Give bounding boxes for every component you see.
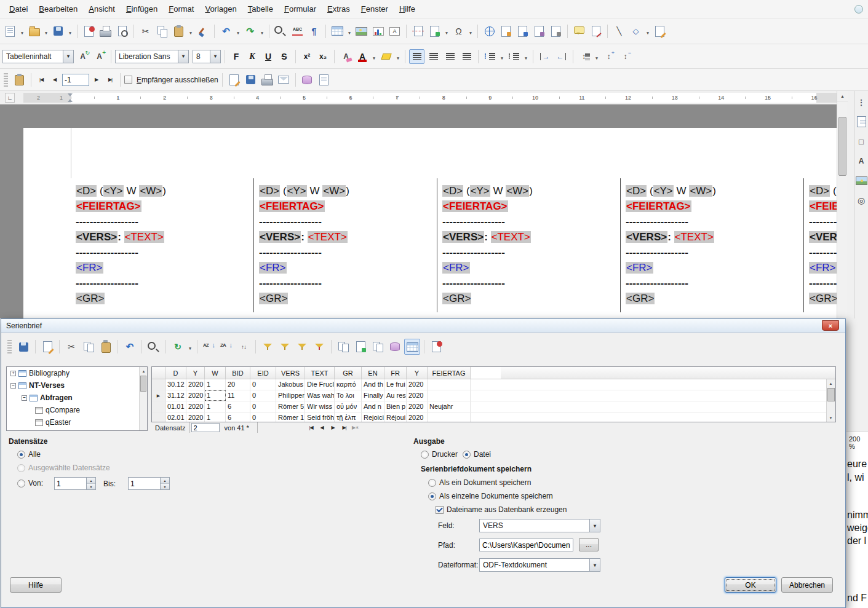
- print-icon[interactable]: [98, 24, 113, 39]
- data-sources-icon[interactable]: [300, 73, 315, 87]
- exclude-recipient-checkbox[interactable]: [124, 76, 132, 84]
- scroll-up-icon[interactable]: ▲: [837, 91, 848, 101]
- column-header[interactable]: D: [165, 367, 186, 379]
- email-merged-documents-icon[interactable]: [276, 73, 292, 87]
- undo-icon[interactable]: [218, 24, 234, 39]
- table-row[interactable]: 30.1220201200JakobusDie FruclκαρπόAnd th…: [152, 379, 835, 390]
- field-feiertag[interactable]: <FEIERTAG>: [76, 200, 141, 212]
- table-cell[interactable]: 0: [250, 390, 276, 401]
- table-cell[interactable]: And th: [362, 379, 384, 390]
- subscript-button[interactable]: x₂: [316, 49, 330, 64]
- table-cell[interactable]: Was wah: [305, 390, 335, 401]
- scrollbar-thumb[interactable]: [838, 117, 846, 176]
- field-text[interactable]: <TEXT>: [674, 231, 714, 243]
- merge-template-cell[interactable]: <D> (<Y> W <W>) <FEIERTAG> -------------…: [254, 178, 437, 312]
- font-size-arrow[interactable]: [210, 50, 220, 63]
- column-header[interactable]: Y: [186, 367, 205, 379]
- field-gr[interactable]: <GR>: [442, 293, 471, 304]
- radio-von-label[interactable]: Von:: [28, 479, 43, 488]
- properties-panel-icon[interactable]: [855, 116, 867, 128]
- last-record-button[interactable]: [339, 423, 350, 432]
- insert-hyperlink-icon[interactable]: [482, 24, 497, 39]
- row-marker[interactable]: [152, 401, 165, 412]
- navigator-panel-icon[interactable]: [855, 194, 867, 207]
- cancel-button[interactable]: Abbrechen: [781, 577, 833, 593]
- menu-item[interactable]: Tabelle: [242, 1, 279, 17]
- zoom-level[interactable]: 200 %: [849, 435, 868, 450]
- table-cell[interactable]: Το λοι: [335, 390, 362, 401]
- decrease-indent-icon[interactable]: [554, 49, 569, 64]
- merge-template-cell[interactable]: <D> (<Y> W <W>) <FEIERTAG> -------------…: [621, 178, 804, 312]
- field-fr[interactable]: <FR>: [626, 262, 653, 274]
- scroll-up-icon[interactable]: ▲: [140, 367, 148, 375]
- table-corner[interactable]: [152, 367, 165, 379]
- table-cell[interactable]: And n: [362, 401, 384, 412]
- table-cell[interactable]: Römer 5,: [276, 401, 305, 412]
- table-scrollbar[interactable]: ▲ ▼: [826, 379, 835, 422]
- table-cell[interactable]: 0: [250, 379, 276, 390]
- collapse-icon[interactable]: [22, 395, 27, 401]
- italic-button[interactable]: K: [245, 49, 260, 64]
- menu-item[interactable]: Ansicht: [83, 1, 121, 17]
- paste-icon[interactable]: [171, 24, 186, 39]
- table-row[interactable]: 01.012020160Römer 5,Wir wissοὐ μόνAnd nB…: [152, 401, 835, 413]
- table-row[interactable]: 02.012020160Römer 1:Seid fröhτῇ ἐλπRejoi…: [152, 413, 835, 422]
- table-cell[interactable]: 20: [226, 379, 250, 390]
- table-cell[interactable]: [428, 390, 471, 401]
- toolbar-grip[interactable]: [7, 340, 12, 353]
- clear-formatting-icon[interactable]: [338, 49, 354, 64]
- ordered-list-icon[interactable]: [506, 49, 522, 64]
- basic-shapes-icon[interactable]: [628, 24, 643, 39]
- tree-item-abfragen[interactable]: Abfragen: [7, 392, 147, 404]
- first-record-button[interactable]: [306, 423, 317, 432]
- tree-item-qcompare[interactable]: qCompare: [7, 404, 147, 416]
- table-cell[interactable]: 1: [205, 379, 226, 390]
- paste-dropdown[interactable]: [188, 24, 194, 39]
- menu-item[interactable]: Fenster: [356, 1, 394, 17]
- radio-von[interactable]: [17, 480, 25, 488]
- table-cell[interactable]: 1: [205, 390, 226, 401]
- row-marker[interactable]: [152, 379, 165, 390]
- field-gr[interactable]: <GR>: [626, 293, 655, 304]
- table-cell[interactable]: 01.01: [165, 401, 186, 412]
- table-cell[interactable]: [428, 379, 471, 390]
- column-header[interactable]: FEIERTAG: [428, 367, 471, 379]
- tree-item-nt-verses[interactable]: NT-Verses: [7, 379, 147, 392]
- spin-up-icon[interactable]: [161, 478, 169, 484]
- table-cell[interactable]: 1: [205, 413, 226, 422]
- help-globe-icon[interactable]: [854, 5, 863, 14]
- styles-panel-icon[interactable]: [855, 155, 867, 167]
- field-w[interactable]: <W>: [689, 185, 712, 197]
- mail-merge-icon[interactable]: [12, 73, 27, 87]
- table-cell[interactable]: Römer 1:: [276, 413, 305, 422]
- table-cell[interactable]: Rejoici: [362, 413, 384, 422]
- field-d[interactable]: <D>: [259, 185, 280, 197]
- formatting-marks-icon[interactable]: [306, 24, 322, 39]
- new-document-dropdown[interactable]: [19, 24, 25, 39]
- collapse-icon[interactable]: [10, 383, 16, 389]
- dateiformat-combo[interactable]: ODF-Textdokument: [479, 558, 600, 572]
- font-color-button[interactable]: A: [355, 49, 370, 64]
- table-cell[interactable]: 2020: [186, 379, 205, 390]
- data-source-of-current-document-icon[interactable]: [387, 339, 403, 355]
- insert-field-dropdown[interactable]: [444, 24, 450, 39]
- feld-combo-arrow[interactable]: [589, 519, 600, 532]
- field-y[interactable]: <Y>: [653, 185, 674, 197]
- sidebar-settings-icon[interactable]: [855, 96, 867, 108]
- table-cell[interactable]: 2020: [407, 401, 428, 412]
- copy-icon[interactable]: [154, 24, 170, 39]
- scroll-down-icon[interactable]: ▼: [827, 414, 835, 422]
- mail-merge-icon[interactable]: [370, 339, 386, 355]
- edit-data-icon[interactable]: [39, 339, 55, 355]
- help-button[interactable]: Hilfe: [10, 577, 62, 593]
- dateiformat-combo-arrow[interactable]: [589, 559, 600, 571]
- show-draw-functions-icon[interactable]: [652, 24, 667, 39]
- document-area[interactable]: <D> (<Y> W <W>) <FEIERTAG> -------------…: [0, 105, 837, 318]
- table-cell[interactable]: 2020: [407, 390, 428, 401]
- table-cell[interactable]: Au res: [384, 390, 407, 401]
- table-cell[interactable]: Réjoui: [384, 413, 407, 422]
- sort-icon[interactable]: [236, 339, 252, 355]
- field-feiertag[interactable]: <FEIERTAG>: [259, 200, 325, 212]
- undo-dropdown[interactable]: [235, 24, 241, 39]
- last-record-button[interactable]: [104, 74, 116, 85]
